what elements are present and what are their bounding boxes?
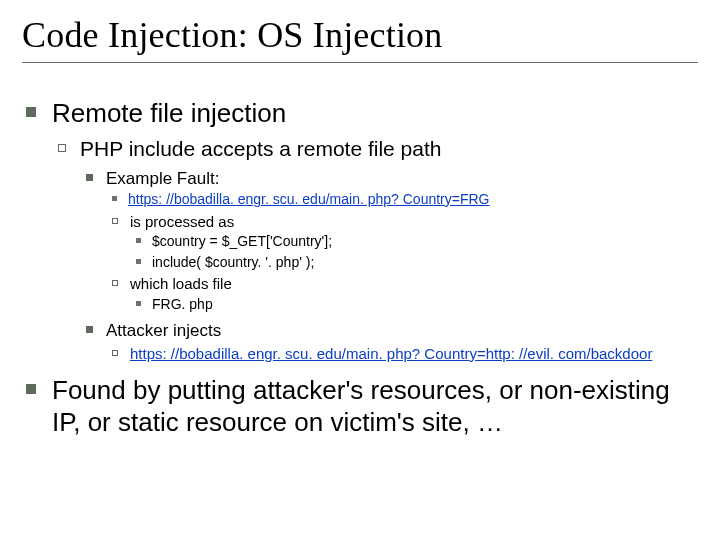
square-bullet-icon (86, 326, 93, 333)
lvl1-item: Remote file injection PHP include accept… (22, 97, 698, 364)
lvl4-item: is processed as $country = $_GET['Countr… (106, 213, 698, 272)
bullets-lvl3: Example Fault: https: //bobadilla. engr.… (80, 168, 698, 364)
text: which loads file (130, 275, 232, 292)
bullets-lvl4: https: //bobadilla. engr. scu. edu/main.… (106, 345, 698, 364)
lvl5-item: FRG. php (130, 296, 698, 314)
lvl4-item: https: //bobadilla. engr. scu. edu/main.… (106, 345, 698, 364)
bullets-lvl4: is processed as $country = $_GET['Countr… (106, 213, 698, 314)
square-bullet-icon (86, 174, 93, 181)
slide: Code Injection: OS Injection Remote file… (0, 0, 720, 540)
square-bullet-icon (136, 259, 141, 264)
hollow-square-icon (58, 144, 66, 152)
lvl3-item: Attacker injects https: //bobadilla. eng… (80, 320, 698, 364)
text: is processed as (130, 213, 234, 230)
square-bullet-icon (136, 301, 141, 306)
lvl5-item: include( $country. '. php' ); (130, 254, 698, 272)
text: Attacker injects (106, 321, 221, 340)
text: Remote file injection (52, 98, 286, 128)
lvl4-item: which loads file FRG. php (106, 275, 698, 313)
bullets-lvl5: FRG. php (130, 296, 698, 314)
text: PHP include accepts a remote file path (80, 137, 441, 160)
lvl3-item: Example Fault: https: //bobadilla. engr.… (80, 168, 698, 314)
text: Example Fault: (106, 169, 219, 188)
title-divider (22, 62, 698, 63)
hollow-square-icon (112, 218, 118, 224)
square-bullet-icon (26, 107, 36, 117)
text: include( $country. '. php' ); (152, 254, 314, 270)
lvl5-item: https: //bobadilla. engr. scu. edu/main.… (106, 191, 698, 209)
bullets-lvl1: Remote file injection PHP include accept… (22, 97, 698, 439)
hollow-square-icon (112, 280, 118, 286)
link-url[interactable]: https: //bobadilla. engr. scu. edu/main.… (128, 191, 489, 207)
bullets-lvl5: $country = $_GET['Country']; include( $c… (130, 233, 698, 271)
slide-title: Code Injection: OS Injection (22, 14, 698, 56)
link-url[interactable]: https: //bobadilla. engr. scu. edu/main.… (130, 345, 652, 362)
text: $country = $_GET['Country']; (152, 233, 332, 249)
bullets-lvl5: https: //bobadilla. engr. scu. edu/main.… (106, 191, 698, 209)
lvl2-item: PHP include accepts a remote file path E… (52, 136, 698, 364)
hollow-square-icon (112, 350, 118, 356)
bullets-lvl2: PHP include accepts a remote file path E… (52, 136, 698, 364)
text: Found by putting attacker's resources, o… (52, 375, 670, 438)
lvl1-item: Found by putting attacker's resources, o… (22, 374, 698, 439)
lvl5-item: $country = $_GET['Country']; (130, 233, 698, 251)
text: FRG. php (152, 296, 213, 312)
square-bullet-icon (136, 238, 141, 243)
square-bullet-icon (112, 196, 117, 201)
square-bullet-icon (26, 384, 36, 394)
